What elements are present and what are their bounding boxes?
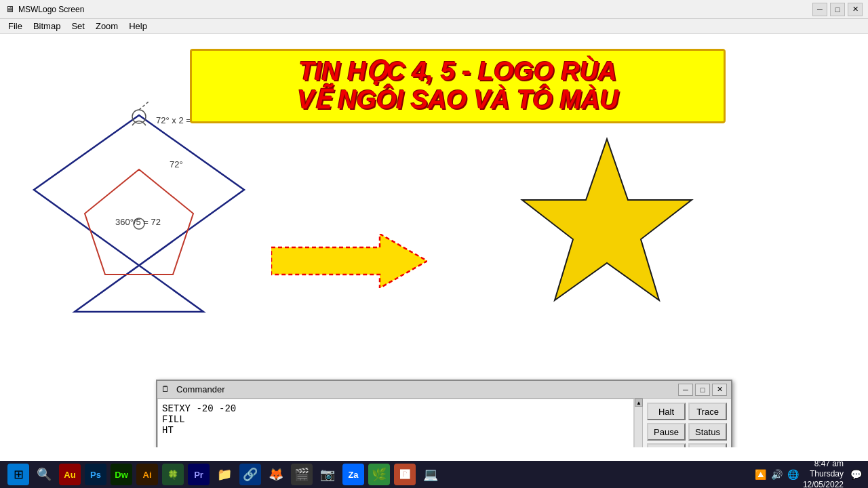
yellow-star (495, 129, 719, 366)
menu-zoom[interactable]: Zoom (90, 20, 123, 33)
taskbar-app-au[interactable]: Au (59, 464, 81, 485)
commander-title: Commander (176, 384, 678, 394)
angle-label-2: 72° (170, 159, 183, 169)
menu-bar: File Bitmap Set Zoom Help (0, 19, 868, 34)
taskbar-files[interactable]: 📁 (214, 464, 235, 485)
menu-file[interactable]: File (3, 20, 28, 33)
halt-trace-row: Halt Trace (647, 403, 727, 420)
arrow (271, 234, 427, 288)
menu-help[interactable]: Help (123, 20, 153, 33)
status-button[interactable]: Status (688, 423, 727, 441)
commander-window: 🗒 Commander ─ □ ✕ ▲ ▼ ◄ (156, 380, 732, 447)
main-canvas: TIN HỌC 4, 5 - LOGO RÙA VẼ NGÔI SAO VÀ T… (0, 34, 868, 447)
menu-bitmap[interactable]: Bitmap (28, 20, 66, 33)
taskbar-video[interactable]: 🎬 (291, 464, 313, 485)
commander-icon: 🗒 (161, 384, 172, 395)
commander-maximize-button[interactable]: □ (695, 384, 710, 396)
step-reset-row: Step Reset (647, 443, 727, 447)
pause-button[interactable]: Pause (647, 423, 686, 441)
maximize-button[interactable]: □ (830, 3, 845, 16)
commander-minimize-button[interactable]: ─ (678, 384, 693, 396)
trace-button[interactable]: Trace (688, 403, 727, 420)
code-editor[interactable] (157, 399, 634, 447)
taskbar-firefox[interactable]: 🦊 (265, 464, 287, 485)
yellow-star-svg (495, 129, 719, 366)
scroll-up-button[interactable]: ▲ (635, 399, 643, 407)
arrow-svg (271, 234, 427, 288)
tray-notification[interactable]: 💬 (849, 468, 863, 481)
taskbar-app-dw[interactable]: Dw (111, 464, 132, 485)
clock-date: 12/05/2022 (803, 480, 844, 488)
taskbar-grass[interactable]: 🌿 (368, 464, 390, 485)
commander-body: ▲ ▼ ◄ ► Halt Trace (157, 399, 731, 447)
clock-day: Thursday (803, 469, 844, 480)
svg-line-3 (139, 102, 153, 110)
app-title: MSWLogo Screen (18, 5, 812, 14)
commander-window-controls: ─ □ ✕ (678, 384, 727, 396)
taskbar-right: 🔼 🔊 🌐 8:47 am Thursday 12/05/2022 💬 (754, 459, 863, 488)
minimize-button[interactable]: ─ (812, 3, 827, 16)
tray-show-hidden[interactable]: 🔼 (754, 468, 768, 481)
svg-marker-6 (522, 139, 692, 300)
window-controls: ─ □ ✕ (812, 3, 863, 16)
taskbar-app-pr[interactable]: Pr (188, 464, 210, 485)
banner-line1: TIN HỌC 4, 5 - LOGO RÙA (205, 58, 710, 86)
star-diagram: 72° x 2 = 144° 72° 360°/5 = 72 (20, 102, 258, 359)
step-button[interactable]: Step (647, 443, 686, 447)
svg-marker-5 (271, 234, 427, 288)
title-bar: 🖥 MSWLogo Screen ─ □ ✕ (0, 0, 868, 19)
app-icon: 🖥 (5, 4, 14, 14)
taskbar: ⊞ 🔍 Au Ps Dw Ai 🍀 Pr 📁 🔗 🦊 🎬 📷 Za 🌿 🅿 💻 … (0, 461, 868, 488)
blue-star-svg (20, 102, 258, 359)
pause-status-row: Pause Status (647, 423, 727, 441)
banner: TIN HỌC 4, 5 - LOGO RÙA VẼ NGÔI SAO VÀ T… (190, 49, 726, 123)
vertical-scrollbar[interactable]: ▲ ▼ (634, 399, 642, 447)
angle-label-3: 360°/5 = 72 (115, 217, 161, 227)
taskbar-monitor[interactable]: 💻 (420, 464, 441, 485)
right-panel: Halt Trace Pause Status Step Reset Execu… (643, 399, 731, 447)
taskbar-clock[interactable]: 8:47 am Thursday 12/05/2022 (803, 459, 844, 488)
taskbar-powerpoint[interactable]: 🅿 (394, 464, 416, 485)
commander-close-button[interactable]: ✕ (712, 384, 727, 396)
taskbar-zalo[interactable]: Za (342, 464, 364, 485)
taskbar-app-ps[interactable]: Ps (85, 464, 106, 485)
close-button[interactable]: ✕ (848, 3, 863, 16)
tray-volume[interactable]: 🔊 (770, 468, 784, 481)
reset-button[interactable]: Reset (688, 443, 727, 447)
taskbar-app-cu[interactable]: 🍀 (162, 464, 184, 485)
svg-marker-0 (34, 115, 244, 312)
banner-line2: VẼ NGÔI SAO VÀ TÔ MÀU (205, 86, 710, 115)
taskbar-app-ai[interactable]: Ai (136, 464, 158, 485)
halt-button[interactable]: Halt (647, 403, 686, 420)
commander-title-bar: 🗒 Commander ─ □ ✕ (157, 381, 731, 399)
clock-time: 8:47 am (803, 459, 844, 470)
search-button[interactable]: 🔍 (33, 464, 55, 485)
menu-set[interactable]: Set (66, 20, 90, 33)
taskbar-link[interactable]: 🔗 (239, 464, 261, 485)
tray-network[interactable]: 🌐 (787, 468, 800, 481)
taskbar-photo[interactable]: 📷 (317, 464, 338, 485)
start-button[interactable]: ⊞ (7, 464, 29, 485)
